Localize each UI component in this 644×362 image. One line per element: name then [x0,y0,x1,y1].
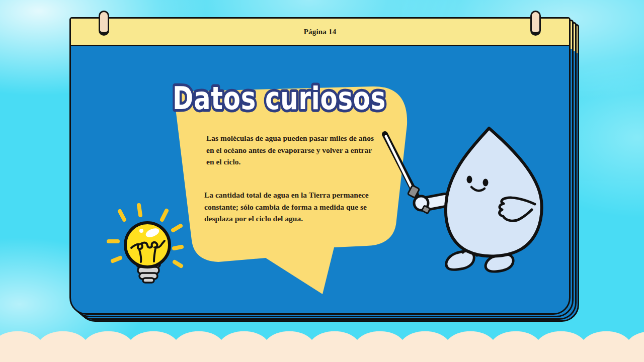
fact-paragraph: La cantidad total de agua en la Tierra p… [204,189,379,225]
character-body [446,128,542,256]
slide-artwork: Datos curiosos [0,0,644,362]
water-drop-character [414,128,542,272]
slide-title: Datos curiosos [173,80,386,117]
lightbulb-icon [109,205,182,283]
lightbulb-highlight-dot [139,229,143,233]
fact-paragraph: Las moléculas de agua pueden pasar miles… [206,132,377,168]
